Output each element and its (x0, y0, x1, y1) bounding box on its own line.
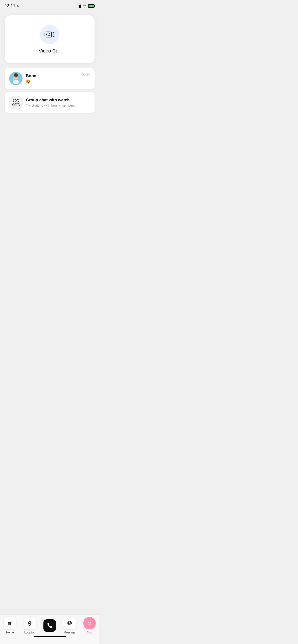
video-call-label: Video Call (39, 48, 61, 54)
bobo-time: 05/28 (82, 72, 90, 76)
signal-icon (77, 4, 81, 8)
chat-item-bobo[interactable]: Bobo 😍 05/28 (5, 68, 95, 89)
status-icons: ⚡ (77, 4, 95, 8)
group-subtitle: Try chatting with family members (26, 104, 90, 107)
bobo-chat-info: Bobo 😍 (26, 74, 82, 84)
video-call-icon-wrap (40, 25, 59, 44)
group-name: Group chat with watch (26, 98, 90, 102)
time-text: 12:11 (5, 4, 15, 8)
main-content: Video Call Bo (0, 10, 99, 113)
location-arrow-icon (16, 4, 19, 8)
chat-item-group[interactable]: Group chat with watch Try chatting with … (5, 92, 95, 113)
svg-point-1 (47, 33, 50, 36)
bobo-avatar-image (9, 72, 23, 85)
group-chat-info: Group chat with watch Try chatting with … (26, 98, 90, 107)
group-avatar (9, 96, 23, 109)
svg-point-15 (15, 104, 17, 106)
wifi-icon (82, 4, 87, 8)
bobo-name: Bobo (26, 74, 82, 78)
group-avatar-icon (11, 97, 21, 108)
svg-point-2 (48, 34, 48, 34)
bobo-preview: 😍 (26, 79, 82, 84)
battery-icon: ⚡ (88, 4, 95, 8)
svg-point-13 (13, 99, 16, 102)
svg-point-14 (17, 100, 19, 102)
svg-point-12 (13, 80, 19, 84)
status-time: 12:11 (5, 4, 19, 8)
svg-point-3 (49, 34, 49, 34)
video-call-icon (44, 30, 55, 40)
status-bar: 12:11 ⚡ (0, 0, 99, 10)
video-call-card[interactable]: Video Call (5, 15, 95, 63)
bobo-avatar (9, 72, 23, 85)
